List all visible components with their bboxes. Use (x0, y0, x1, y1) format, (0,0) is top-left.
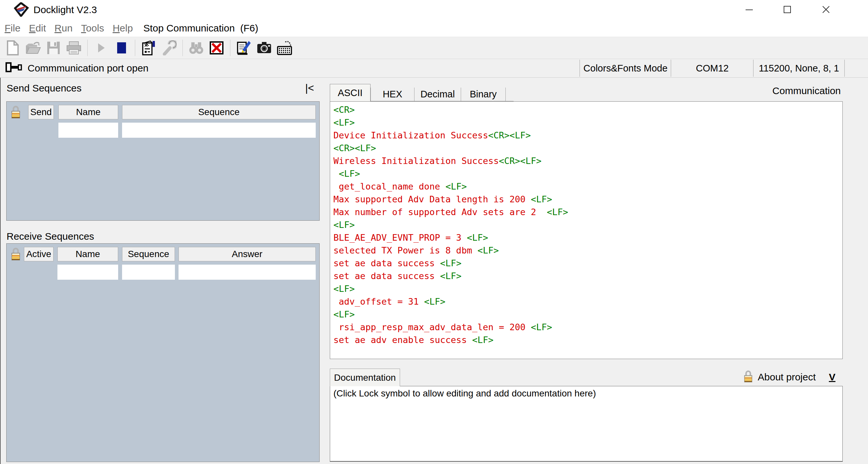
log-line: set ae data success <LF> (333, 257, 839, 270)
answer-column-header[interactable]: Answer (179, 247, 316, 261)
snapshot-camera-icon[interactable] (254, 38, 274, 58)
docklight-window: Docklight V2.3 FileEditRunToolsHelp Stop… (0, 0, 868, 464)
communication-pane-label: Communication (738, 85, 841, 96)
name-column-header[interactable]: Name (58, 105, 118, 119)
com-port-indicator[interactable]: COM12 (671, 60, 753, 77)
receive-answer-input[interactable] (179, 265, 316, 280)
menu-tools[interactable]: Tools (81, 23, 104, 33)
log-line: <CR> (333, 103, 839, 116)
open-project-icon[interactable] (23, 38, 43, 58)
log-line: BLE_AE_ADV_EVNT_PROP = 3 <LF> (333, 231, 839, 244)
status-bar: Commmunication port open Colors&Fonts Mo… (0, 59, 868, 78)
toolbar-separator (87, 40, 88, 56)
lock-icon[interactable] (10, 105, 21, 121)
menu-stop-communication[interactable]: Stop Communication (F6) (144, 23, 258, 34)
toolbar (0, 37, 868, 59)
sequence-column-header[interactable]: Sequence (122, 105, 316, 119)
serial-connector-icon (5, 61, 22, 75)
log-line: <LF> (333, 116, 839, 129)
menu-run[interactable]: Run (55, 23, 72, 33)
send-sequence-input[interactable] (122, 123, 316, 138)
menu-edit[interactable]: Edit (29, 23, 46, 33)
lock-icon[interactable] (10, 247, 21, 263)
window-title: Docklight V2.3 (33, 4, 97, 15)
log-line: <LF> (333, 219, 839, 231)
tab-ascii[interactable]: ASCII (330, 84, 371, 101)
log-line: Max number of supported Adv sets are 2 <… (333, 206, 839, 219)
stop-communication-icon[interactable] (111, 38, 132, 58)
docklight-logo-icon (14, 2, 30, 18)
lock-icon[interactable] (743, 370, 753, 385)
log-line: adv_offset = 31 <LF> (333, 295, 839, 308)
log-line: <LF> (333, 308, 839, 321)
documentation-text-area[interactable]: (Click Lock symbol to allow editing and … (330, 386, 843, 462)
log-line: selected TX Power is 8 dbm <LF> (333, 244, 839, 257)
log-line: set ae adv enable success <LF> (333, 333, 839, 346)
find-binoculars-icon[interactable] (186, 38, 207, 58)
keyboard-console-icon[interactable] (274, 38, 295, 58)
log-line: set ae data success <LF> (333, 270, 839, 282)
receive-sequence-input[interactable] (122, 265, 175, 280)
start-communication-icon[interactable] (91, 38, 111, 58)
minimize-button[interactable] (735, 0, 763, 19)
tab-binary[interactable]: Binary (461, 88, 506, 101)
title-bar: Docklight V2.3 (0, 0, 868, 20)
log-line: <CR><LF> (333, 142, 839, 155)
send-name-input[interactable] (58, 123, 118, 138)
active-column-header[interactable]: Active (24, 247, 54, 261)
log-line: <LF> (333, 282, 839, 295)
port-settings-indicator[interactable]: 115200, None, 8, 1 (753, 60, 845, 77)
sequence-column-header[interactable]: Sequence (122, 247, 175, 261)
expand-documentation-button[interactable]: V (829, 371, 836, 383)
send-sequences-panel: Send Name Sequence (6, 101, 320, 221)
toolbar-separator (182, 40, 183, 56)
project-settings-icon[interactable] (138, 38, 159, 58)
print-icon[interactable] (64, 38, 84, 58)
name-column-header[interactable]: Name (57, 247, 118, 261)
tab-decimal[interactable]: Decimal (414, 88, 461, 101)
log-line: Wireless Initialization Success<CR><LF> (333, 155, 839, 167)
clear-communication-icon[interactable] (207, 38, 227, 58)
colors-fonts-mode-indicator[interactable]: Colors&Fonts Mode (580, 60, 671, 77)
log-line: Max supported Adv Data length is 200 <LF… (333, 193, 839, 206)
about-project-row: About project V (743, 369, 836, 385)
menu-items: FileEditRunToolsHelp (5, 23, 142, 34)
notepad-edit-icon[interactable] (234, 38, 254, 58)
collapse-panel-button[interactable]: |< (305, 82, 314, 94)
send-column-header[interactable]: Send (28, 105, 54, 119)
about-project-label: About project (758, 371, 816, 383)
communication-log[interactable]: <CR><LF>Device Initialization Success<CR… (330, 101, 843, 359)
options-wrench-icon[interactable] (159, 38, 179, 58)
menu-file[interactable]: File (5, 23, 20, 33)
documentation-tab[interactable]: Documentation (330, 369, 400, 386)
close-button[interactable] (812, 0, 840, 19)
log-line: Device Initialization Success<CR><LF> (333, 129, 839, 142)
log-line: get_local_name done <LF> (333, 180, 839, 193)
receive-sequences-title: Receive Sequences (6, 231, 94, 242)
receive-name-input[interactable] (57, 265, 118, 280)
send-sequences-title: Send Sequences (6, 82, 82, 94)
status-message: Commmunication port open (28, 63, 149, 74)
new-file-icon[interactable] (3, 38, 23, 58)
documentation-placeholder: (Click Lock symbol to allow editing and … (333, 388, 596, 398)
menu-help[interactable]: Help (113, 23, 133, 33)
save-project-icon[interactable] (43, 38, 64, 58)
tab-hex[interactable]: HEX (371, 88, 414, 101)
menu-bar: FileEditRunToolsHelp Stop Communication … (0, 20, 868, 37)
log-line: <LF> (333, 167, 839, 180)
toolbar-separator (135, 40, 135, 56)
log-line: rsi_app_resp_max_adv_data_len = 200 <LF> (333, 321, 839, 333)
receive-sequences-panel: Active Name Sequence Answer (6, 243, 320, 462)
toolbar-separator (230, 40, 230, 56)
maximize-button[interactable] (773, 0, 801, 19)
